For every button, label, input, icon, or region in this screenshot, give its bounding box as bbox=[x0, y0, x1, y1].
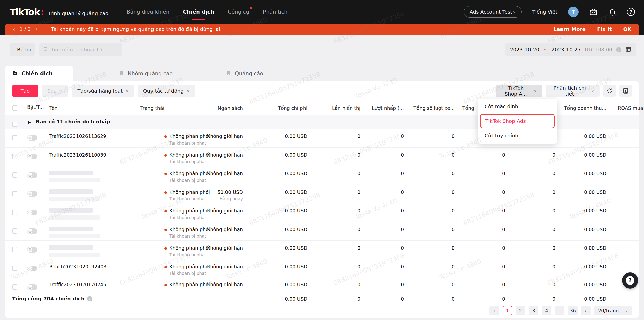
col10-cell: 0 bbox=[513, 189, 555, 195]
row-checkbox[interactable] bbox=[12, 228, 17, 234]
table-row[interactable]: Không phân phối Tài khoản bị phạt Không … bbox=[5, 241, 639, 259]
nav-campaign[interactable]: Chiến dịch bbox=[183, 0, 214, 24]
search-input[interactable] bbox=[51, 47, 118, 52]
table-row[interactable]: Không phân phối Tài khoản bị phạt Không … bbox=[5, 166, 639, 185]
header-toggle[interactable]: Bật/T... bbox=[27, 104, 44, 110]
page-size-selector[interactable]: 20/trang ∨ bbox=[594, 306, 632, 315]
tab-ad-group[interactable]: Nhóm quảng cáo bbox=[119, 66, 173, 81]
row-checkbox[interactable] bbox=[12, 247, 17, 252]
header-video-views[interactable]: Tổng số lượt xe... bbox=[412, 105, 455, 111]
export-button[interactable] bbox=[619, 85, 632, 97]
date-range-picker[interactable]: 2023-10-20 ~ 2023-10-27 UTC+08:00 ? bbox=[505, 43, 636, 56]
avatar[interactable]: T bbox=[568, 7, 579, 17]
banner-fix-it[interactable]: Fix It bbox=[597, 26, 612, 32]
campaign-name[interactable]: Traffic20231026113629 bbox=[49, 133, 106, 139]
draft-checkbox[interactable] bbox=[12, 122, 17, 127]
header-gross-revenue[interactable]: Tổng doanh thu... bbox=[551, 105, 607, 111]
account-selector[interactable]: Ads Account Test ∨ bbox=[464, 6, 522, 18]
timezone-info-icon[interactable]: ? bbox=[616, 47, 621, 52]
row-toggle-off[interactable] bbox=[27, 154, 37, 159]
refresh-button[interactable] bbox=[603, 85, 616, 97]
detailed-analytics-button[interactable]: Phân tích chi tiết ∨ bbox=[546, 85, 600, 97]
campaign-name[interactable]: Traffic20231020170245 bbox=[49, 282, 106, 287]
page-button-3[interactable]: 3 bbox=[529, 306, 538, 315]
row-checkbox[interactable] bbox=[12, 284, 17, 290]
total-impressions: 0 bbox=[318, 296, 360, 302]
total-status: - bbox=[164, 296, 166, 302]
header-status[interactable]: Trạng thái bbox=[140, 105, 164, 111]
floating-help-button[interactable]: ? bbox=[622, 272, 638, 289]
header-total-1[interactable]: Tổng bbox=[462, 105, 474, 111]
row-checkbox[interactable] bbox=[12, 266, 17, 271]
total-video-views: 0 bbox=[412, 296, 455, 302]
row-toggle-off[interactable] bbox=[27, 228, 37, 234]
row-checkbox[interactable] bbox=[12, 135, 17, 140]
edit-button[interactable]: Sửa ∨ bbox=[42, 85, 68, 97]
columns-dropdown-button[interactable]: TikTok Shop A... ∨ bbox=[496, 85, 542, 97]
add-filter-button[interactable]: +Bộ lọc bbox=[10, 43, 35, 56]
banner-learn-more[interactable]: Learn More bbox=[553, 26, 586, 32]
row-checkbox[interactable] bbox=[12, 210, 17, 215]
row-checkbox[interactable] bbox=[12, 172, 17, 178]
menu-item-tiktok-shop-ads[interactable]: TikTok Shop Ads bbox=[480, 114, 555, 128]
clicks-cell: 0 bbox=[361, 264, 404, 269]
header-name[interactable]: Tên bbox=[49, 105, 135, 111]
header-budget[interactable]: Ngân sách bbox=[187, 105, 243, 111]
page-prev-button[interactable]: ‹ bbox=[489, 306, 499, 315]
language-selector[interactable]: Tiếng Việt bbox=[532, 9, 557, 15]
header-total-cost[interactable]: Tổng chi phí bbox=[257, 105, 307, 111]
status-subtext: Tài khoản bị phạt bbox=[169, 159, 206, 164]
page-next-button[interactable]: › bbox=[581, 306, 591, 315]
banner-next-icon[interactable]: › bbox=[35, 26, 38, 32]
search-box[interactable] bbox=[39, 43, 122, 56]
menu-item-custom-columns[interactable]: Cột tùy chỉnh bbox=[478, 129, 557, 142]
table-row[interactable]: Không phân phối Tài khoản bị phạt Không … bbox=[5, 222, 639, 241]
header-clicks[interactable]: Lượt nhấp (... bbox=[361, 105, 404, 111]
revenue-cell: 0.00 USD bbox=[551, 171, 607, 176]
bell-icon[interactable] bbox=[608, 8, 616, 16]
row-toggle-off[interactable] bbox=[27, 172, 37, 178]
nav-dashboard[interactable]: Bảng điều khiển bbox=[127, 0, 169, 24]
suspension-banner: ‹ 1 / 3 › Tài khoản này đã bị tạm ngưng … bbox=[5, 24, 639, 35]
header-impressions[interactable]: Lần hiển thị bbox=[318, 105, 360, 111]
row-toggle-off[interactable] bbox=[27, 266, 37, 271]
row-toggle-off[interactable] bbox=[27, 247, 37, 253]
nav-tools[interactable]: Công cụ bbox=[228, 0, 249, 24]
table-row[interactable]: Không phân phối Tài khoản bị phạt 50.00 … bbox=[5, 185, 639, 203]
header-roas[interactable]: ROAS mua bbox=[618, 105, 639, 111]
campaign-name[interactable]: Reach20231020192403 bbox=[49, 264, 106, 269]
page-button-36[interactable]: 36 bbox=[568, 306, 578, 315]
workspace-icon[interactable] bbox=[589, 8, 598, 16]
create-button[interactable]: Tạo bbox=[12, 85, 38, 97]
nav-analytics[interactable]: Phân tích bbox=[263, 0, 288, 24]
page-ellipsis[interactable]: ... bbox=[555, 306, 564, 315]
table-row[interactable]: Reach20231020192403 Không phân phối Tài … bbox=[5, 259, 639, 278]
table-row[interactable]: Không phân phối Tài khoản bị phạt Không … bbox=[5, 203, 639, 222]
impressions-cell: 0 bbox=[318, 282, 360, 287]
row-toggle-off[interactable] bbox=[27, 210, 37, 215]
menu-item-default-columns[interactable]: Cột mặc định bbox=[478, 100, 557, 113]
table-row[interactable]: Traffic20231026110039 Không phân phối Tà… bbox=[5, 148, 639, 166]
row-checkbox[interactable] bbox=[12, 154, 17, 159]
page-button-4[interactable]: 4 bbox=[542, 306, 551, 315]
banner-ok[interactable]: OK bbox=[623, 26, 632, 32]
row-toggle-off[interactable] bbox=[27, 135, 37, 141]
banner-prev-icon[interactable]: ‹ bbox=[13, 26, 15, 32]
expand-arrow-icon[interactable]: ▶ bbox=[28, 120, 31, 124]
page-button-1[interactable]: 1 bbox=[503, 306, 512, 315]
row-checkbox[interactable] bbox=[12, 191, 17, 196]
page-button-2[interactable]: 2 bbox=[516, 306, 525, 315]
help-icon[interactable]: ? bbox=[627, 8, 635, 16]
row-toggle-off[interactable] bbox=[27, 284, 37, 290]
campaign-name[interactable]: Traffic20231026110039 bbox=[49, 152, 106, 158]
table-row[interactable]: Traffic20231020170245 Không phân phối Kh… bbox=[5, 278, 639, 292]
tab-ad[interactable]: Quảng cáo bbox=[226, 66, 263, 81]
select-all-checkbox[interactable] bbox=[12, 105, 17, 111]
automated-rules-button[interactable]: Quy tắc tự động ∨ bbox=[138, 85, 195, 97]
cost-cell: 0.00 USD bbox=[257, 282, 307, 287]
total-info-icon[interactable]: ? bbox=[87, 296, 92, 301]
row-toggle-off[interactable] bbox=[27, 191, 37, 197]
bulk-edit-button[interactable]: Tạo/sửa hàng loạt ∨ bbox=[72, 85, 134, 97]
brand[interactable]: TikTok: Trình quản lý quảng cáo bbox=[0, 7, 108, 17]
tab-campaign[interactable]: Chiến dịch bbox=[5, 66, 73, 81]
